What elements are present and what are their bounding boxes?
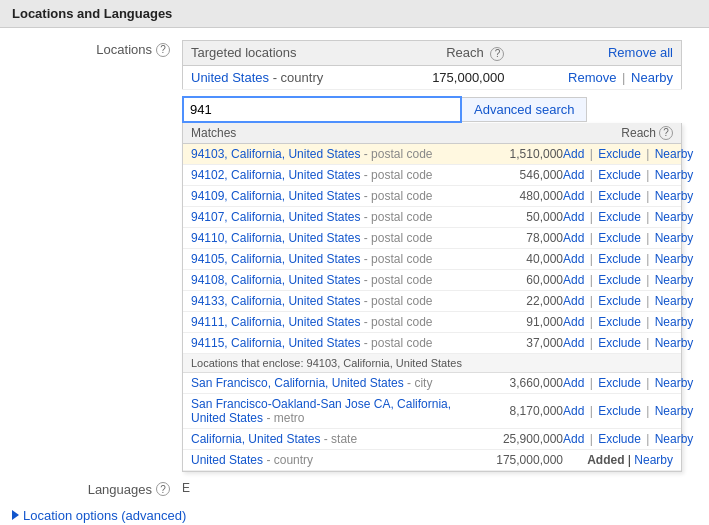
dropdown-action-nearby[interactable]: Nearby: [655, 315, 694, 329]
enclosing-location-name[interactable]: United States: [191, 453, 263, 467]
dropdown-action-exclude[interactable]: Exclude: [598, 315, 641, 329]
enclosing-location-name[interactable]: California, United States: [191, 432, 320, 446]
dropdown-action-exclude[interactable]: Exclude: [598, 273, 641, 287]
dropdown-action-add[interactable]: Add: [563, 294, 584, 308]
location-options-toggle[interactable]: Location options (advanced): [0, 504, 709, 526]
enclosing-location-type: - city: [407, 376, 432, 390]
enclosing-action-nearby[interactable]: Nearby: [655, 432, 694, 446]
separator: |: [586, 376, 596, 390]
enclosing-location-type: - state: [324, 432, 357, 446]
dropdown-reach-value: 40,000: [463, 252, 563, 266]
enclosing-location-name[interactable]: San Francisco-Oakland-San Jose CA, Calif…: [191, 397, 451, 425]
search-area: Advanced search Matches Reach ? 94103, C: [182, 96, 682, 472]
dropdown-action-nearby[interactable]: Nearby: [655, 336, 694, 350]
advanced-search-button[interactable]: Advanced search: [462, 97, 587, 122]
enclosing-location-name[interactable]: San Francisco, California, United States: [191, 376, 404, 390]
enclosing-action-add[interactable]: Add: [563, 432, 584, 446]
dropdown-action-exclude[interactable]: Exclude: [598, 189, 641, 203]
targeted-action-nearby[interactable]: Nearby: [631, 70, 673, 85]
dropdown-action-add[interactable]: Add: [563, 147, 584, 161]
locations-help-icon[interactable]: ?: [156, 43, 170, 57]
dropdown-action-add[interactable]: Add: [563, 336, 584, 350]
section-title: Locations and Languages: [12, 6, 172, 21]
enclosing-action-exclude[interactable]: Exclude: [598, 376, 641, 390]
dropdown-location-name[interactable]: 94109, California, United States: [191, 189, 360, 203]
enclosing-action-nearby[interactable]: Nearby: [634, 453, 673, 467]
dropdown-action-nearby[interactable]: Nearby: [655, 231, 694, 245]
dropdown-action-add[interactable]: Add: [563, 273, 584, 287]
targeted-actions: Remove | Nearby: [512, 65, 681, 89]
targeted-action-remove[interactable]: Remove: [568, 70, 616, 85]
dropdown-action-nearby[interactable]: Nearby: [655, 147, 694, 161]
dropdown-location-name[interactable]: 94115, California, United States: [191, 336, 360, 350]
enclosing-action-add[interactable]: Add: [563, 404, 584, 418]
dropdown-action-exclude[interactable]: Exclude: [598, 336, 641, 350]
enclosing-action-exclude[interactable]: Exclude: [598, 404, 641, 418]
separator: |: [586, 273, 596, 287]
dropdown-reach-value: 546,000: [463, 168, 563, 182]
dropdown-action-add[interactable]: Add: [563, 210, 584, 224]
dropdown-location: 94110, California, United States - posta…: [191, 231, 463, 245]
dropdown-action-exclude[interactable]: Exclude: [598, 147, 641, 161]
dropdown-reach-value: 91,000: [463, 315, 563, 329]
dropdown-action-add[interactable]: Add: [563, 189, 584, 203]
locations-content: Targeted locations Reach ? Remove all: [182, 40, 697, 472]
dropdown-location-name[interactable]: 94105, California, United States: [191, 252, 360, 266]
languages-help-icon[interactable]: ?: [156, 482, 170, 496]
dropdown-location-type: - postal code: [364, 252, 433, 266]
dropdown-action-nearby[interactable]: Nearby: [655, 294, 694, 308]
dropdown-action-exclude[interactable]: Exclude: [598, 210, 641, 224]
dropdown-reach-help[interactable]: ?: [659, 126, 673, 140]
dropdown-location: 94102, California, United States - posta…: [191, 168, 463, 182]
targeted-reach: 175,000,000: [390, 65, 513, 89]
dropdown-action-nearby[interactable]: Nearby: [655, 210, 694, 224]
separator: |: [586, 189, 596, 203]
dropdown-location-type: - postal code: [364, 315, 433, 329]
dropdown-reach-value: 60,000: [463, 273, 563, 287]
dropdown-action-nearby[interactable]: Nearby: [655, 252, 694, 266]
dropdown-action-exclude[interactable]: Exclude: [598, 231, 641, 245]
dropdown-location-name[interactable]: 94133, California, United States: [191, 294, 360, 308]
search-dropdown: Matches Reach ? 94103, California, Unite…: [182, 123, 682, 472]
separator: |: [643, 336, 653, 350]
reach-help-icon[interactable]: ?: [490, 47, 504, 61]
enclosing-action-add[interactable]: Add: [563, 376, 584, 390]
enclosing-action-exclude[interactable]: Exclude: [598, 432, 641, 446]
dropdown-action-nearby[interactable]: Nearby: [655, 168, 694, 182]
dropdown-row: 94133, California, United States - posta…: [183, 291, 681, 312]
dropdown-action-nearby[interactable]: Nearby: [655, 273, 694, 287]
enclosing-results: San Francisco, California, United States…: [183, 373, 681, 471]
separator: |: [643, 168, 653, 182]
dropdown-location-type: - postal code: [364, 189, 433, 203]
dropdown-action-exclude[interactable]: Exclude: [598, 252, 641, 266]
dropdown-action-add[interactable]: Add: [563, 315, 584, 329]
dropdown-action-exclude[interactable]: Exclude: [598, 294, 641, 308]
dropdown-location-name[interactable]: 94108, California, United States: [191, 273, 360, 287]
dropdown-location-type: - postal code: [364, 336, 433, 350]
enclosing-action-nearby[interactable]: Nearby: [655, 404, 694, 418]
dropdown-actions: Add | Exclude | Nearby: [563, 189, 673, 203]
dropdown-location-name[interactable]: 94102, California, United States: [191, 168, 360, 182]
dropdown-location: 94103, California, United States - posta…: [191, 147, 463, 161]
enclosing-reach-value: 175,000,000: [463, 453, 563, 467]
remove-all-link[interactable]: Remove all: [608, 45, 673, 60]
dropdown-location-name[interactable]: 94107, California, United States: [191, 210, 360, 224]
dropdown-reach-header: Reach ?: [573, 126, 673, 140]
dropdown-location-name[interactable]: 94110, California, United States: [191, 231, 360, 245]
dropdown-results: 94103, California, United States - posta…: [183, 144, 681, 354]
dropdown-location-name[interactable]: 94103, California, United States: [191, 147, 360, 161]
enclosing-action-nearby[interactable]: Nearby: [655, 376, 694, 390]
dropdown-actions: Add | Exclude | Nearby: [563, 252, 673, 266]
dropdown-action-exclude[interactable]: Exclude: [598, 168, 641, 182]
dropdown-action-add[interactable]: Add: [563, 252, 584, 266]
targeted-col-header: Targeted locations: [183, 41, 390, 66]
remove-all-col: Remove all: [512, 41, 681, 66]
dropdown-reach-value: 78,000: [463, 231, 563, 245]
search-input[interactable]: [182, 96, 462, 123]
dropdown-action-nearby[interactable]: Nearby: [655, 189, 694, 203]
dropdown-action-add[interactable]: Add: [563, 168, 584, 182]
dropdown-action-add[interactable]: Add: [563, 231, 584, 245]
enclosing-actions: Add | Exclude | Nearby: [563, 404, 673, 418]
dropdown-location-name[interactable]: 94111, California, United States: [191, 315, 360, 329]
locations-languages-header: Locations and Languages: [0, 0, 709, 28]
